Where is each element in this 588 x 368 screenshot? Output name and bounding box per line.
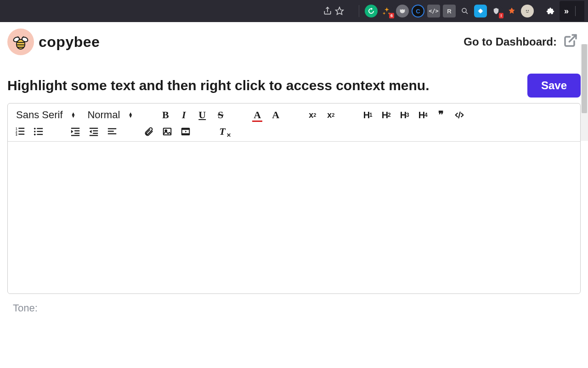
svg-rect-17 xyxy=(37,131,43,132)
clear-formatting-button[interactable]: T✕ xyxy=(216,126,228,138)
heading1-button[interactable]: H1 xyxy=(362,109,373,121)
bee-logo-icon xyxy=(7,29,34,55)
extension-react-icon[interactable]: R xyxy=(443,5,456,17)
extension-mask-icon[interactable] xyxy=(396,5,409,17)
svg-rect-25 xyxy=(90,128,98,129)
svg-rect-26 xyxy=(93,130,98,131)
panel-header: copybee Go to Dashboard: xyxy=(0,22,588,60)
text-color-button[interactable]: A xyxy=(251,109,263,121)
caret-icon: ▲▼ xyxy=(71,112,76,118)
image-button[interactable] xyxy=(161,126,173,138)
star-icon[interactable] xyxy=(335,6,344,16)
extension-shield-icon[interactable]: ! xyxy=(490,5,503,17)
bold-button[interactable]: B xyxy=(159,109,171,121)
font-size-value: Normal xyxy=(87,109,120,121)
svg-rect-19 xyxy=(37,134,43,135)
extension-blue-icon[interactable] xyxy=(474,5,487,17)
svg-rect-22 xyxy=(74,133,79,134)
scrollbar-thumb[interactable] xyxy=(582,44,587,113)
extension-face-icon[interactable] xyxy=(521,5,534,17)
svg-rect-32 xyxy=(108,133,116,134)
font-size-dropdown[interactable]: Normal ▲▼ xyxy=(85,108,135,122)
dashboard-link-label: Go to Dashboard: xyxy=(464,35,557,48)
svg-rect-36 xyxy=(182,128,190,130)
svg-rect-33 xyxy=(164,128,171,135)
extension-search-icon[interactable] xyxy=(458,5,471,17)
svg-text:3: 3 xyxy=(16,133,17,136)
svg-rect-13 xyxy=(18,134,24,135)
editor-toolbar: Sans Serif ▲▼ Normal ▲▼ B I U S A xyxy=(8,104,580,142)
unordered-list-button[interactable] xyxy=(33,126,45,138)
underline-button[interactable]: U xyxy=(196,109,208,121)
svg-point-1 xyxy=(462,8,466,12)
svg-rect-9 xyxy=(18,128,24,129)
extension-grammarly-icon[interactable] xyxy=(365,5,378,17)
extension-badge: 6 xyxy=(389,13,394,18)
svg-rect-11 xyxy=(18,131,24,132)
svg-marker-38 xyxy=(185,131,187,132)
svg-rect-21 xyxy=(74,130,79,131)
extension-circle-icon[interactable]: C xyxy=(412,5,424,17)
tone-row: Tone: xyxy=(0,294,588,322)
superscript-button[interactable]: x2 xyxy=(306,109,318,121)
extension-orange-icon[interactable] xyxy=(505,5,518,17)
svg-marker-24 xyxy=(71,130,74,133)
external-link-icon xyxy=(563,33,578,51)
caret-icon: ▲▼ xyxy=(128,112,133,118)
brand: copybee xyxy=(7,29,100,55)
attachment-button[interactable] xyxy=(143,126,155,138)
video-button[interactable] xyxy=(180,126,192,138)
save-button[interactable]: Save xyxy=(527,74,581,98)
svg-point-14 xyxy=(34,128,36,130)
indent-button[interactable] xyxy=(88,126,100,138)
extension-code-icon[interactable]: </> xyxy=(427,5,440,17)
strikethrough-button[interactable]: S xyxy=(215,109,226,121)
svg-point-16 xyxy=(34,131,36,132)
svg-rect-23 xyxy=(71,135,79,136)
outdent-button[interactable] xyxy=(69,126,81,138)
svg-point-18 xyxy=(34,134,36,136)
editor-content-area[interactable] xyxy=(8,142,580,293)
svg-rect-28 xyxy=(90,135,98,136)
heading3-button[interactable]: H3 xyxy=(398,109,410,121)
font-family-dropdown[interactable]: Sans Serif ▲▼ xyxy=(14,108,77,122)
svg-marker-29 xyxy=(90,130,92,133)
instruction-row: Highlight some text and then right click… xyxy=(0,60,588,101)
svg-point-4 xyxy=(528,10,529,11)
scrollbar-track[interactable] xyxy=(581,44,588,141)
svg-point-3 xyxy=(526,10,527,11)
subscript-button[interactable]: x2 xyxy=(325,109,337,121)
heading4-button[interactable]: H4 xyxy=(417,109,429,121)
svg-rect-15 xyxy=(37,128,43,129)
extensions-puzzle-icon[interactable] xyxy=(546,6,555,16)
svg-rect-27 xyxy=(93,133,98,134)
heading2-button[interactable]: H2 xyxy=(380,109,392,121)
browser-chrome-bar: 6 C </> R ! » xyxy=(0,0,588,22)
svg-rect-20 xyxy=(71,128,79,129)
svg-rect-30 xyxy=(108,128,116,129)
extensions-overflow-button[interactable]: » xyxy=(560,1,584,21)
dashboard-link[interactable]: Go to Dashboard: xyxy=(464,33,578,51)
rich-text-editor: Sans Serif ▲▼ Normal ▲▼ B I U S A xyxy=(7,103,581,294)
extension-alert-badge: ! xyxy=(499,13,503,18)
italic-button[interactable]: I xyxy=(178,109,190,121)
instruction-text: Highlight some text and then right click… xyxy=(7,77,430,94)
ordered-list-button[interactable]: 123 xyxy=(14,126,26,138)
highlight-color-button[interactable]: A xyxy=(270,109,282,121)
svg-rect-37 xyxy=(182,133,190,135)
font-family-value: Sans Serif xyxy=(16,109,63,121)
align-button[interactable] xyxy=(106,126,118,138)
chrome-separator xyxy=(359,5,359,17)
app-panel: copybee Go to Dashboard: Highlight some … xyxy=(0,22,588,322)
extension-spark-icon[interactable]: 6 xyxy=(380,5,393,17)
tone-label: Tone: xyxy=(13,302,38,314)
share-icon[interactable] xyxy=(323,6,332,16)
brand-name: copybee xyxy=(39,34,100,51)
svg-rect-31 xyxy=(108,131,114,132)
code-block-button[interactable] xyxy=(453,109,465,121)
blockquote-button[interactable]: ❞ xyxy=(435,109,447,121)
svg-marker-0 xyxy=(336,7,344,15)
